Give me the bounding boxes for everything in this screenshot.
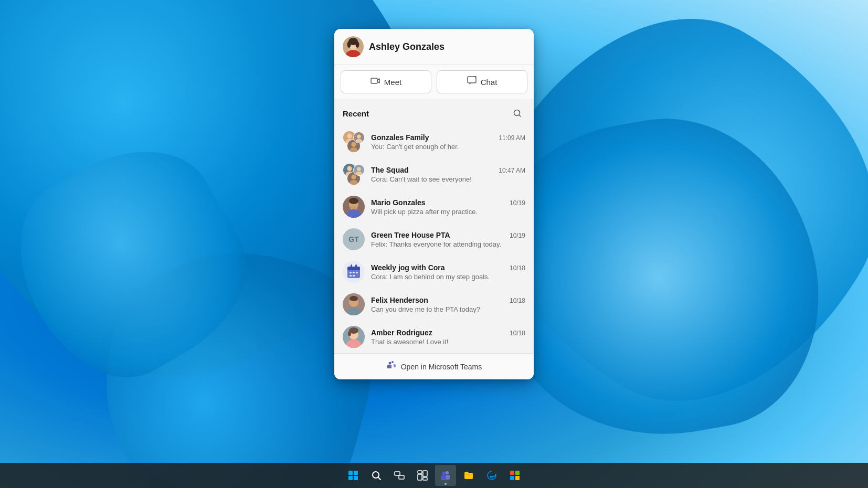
svg-rect-53 <box>354 471 358 475</box>
svg-rect-57 <box>395 472 400 475</box>
convo-preview: Felix: Thanks everyone for attending tod… <box>371 240 525 248</box>
recent-header: Recent <box>334 99 534 125</box>
avatar <box>343 131 365 153</box>
svg-rect-41 <box>353 275 355 277</box>
meet-label: Meet <box>384 78 401 87</box>
convo-time: 10:47 AM <box>499 167 525 174</box>
convo-name: Mario Gonzales <box>371 198 425 207</box>
svg-rect-70 <box>515 476 520 480</box>
convo-content: Green Tree House PTA 10/19 Felix: Thanks… <box>371 231 525 248</box>
convo-name: Weekly jog with Cora <box>371 263 445 272</box>
svg-point-63 <box>446 471 449 474</box>
list-item[interactable]: Amber Rodriguez 10/18 That is awesome! L… <box>334 321 534 353</box>
meet-button[interactable]: Meet <box>341 70 431 93</box>
chat-icon <box>467 76 477 88</box>
svg-point-65 <box>442 472 446 475</box>
svg-rect-36 <box>355 264 357 269</box>
svg-rect-35 <box>351 264 352 269</box>
svg-rect-58 <box>399 475 404 479</box>
avatar <box>343 326 365 348</box>
svg-rect-61 <box>423 471 427 476</box>
convo-name: Felix Henderson <box>371 296 428 304</box>
convo-content: Weekly jog with Cora 10/18 Cora: I am so… <box>371 263 525 281</box>
svg-rect-40 <box>350 275 352 277</box>
chat-button[interactable]: Chat <box>437 70 527 93</box>
meet-icon <box>371 76 380 88</box>
convo-content: Gonzales Family 11:09 AM You: Can't get … <box>371 133 525 151</box>
convo-time: 11:09 AM <box>499 134 525 142</box>
convo-time: 10/18 <box>510 264 525 272</box>
svg-rect-37 <box>350 272 352 273</box>
teams-icon <box>386 360 397 373</box>
panel-header: Ashley Gonzales <box>334 29 534 65</box>
svg-rect-62 <box>423 478 427 480</box>
svg-rect-67 <box>510 471 514 475</box>
convo-time: 10/19 <box>510 232 525 239</box>
svg-rect-38 <box>353 272 355 273</box>
svg-point-51 <box>388 362 391 365</box>
convo-preview: Can you drive me to the PTA today? <box>371 305 525 313</box>
svg-point-49 <box>348 331 351 336</box>
conversation-list: Gonzales Family 11:09 AM You: Can't get … <box>334 125 534 353</box>
svg-rect-68 <box>515 471 520 475</box>
open-teams-label: Open in Microsoft Teams <box>401 363 482 371</box>
convo-name: Amber Rodriguez <box>371 328 432 337</box>
svg-rect-8 <box>468 77 476 83</box>
file-explorer-button[interactable] <box>458 465 479 486</box>
convo-preview: Cora: Can't wait to see everyone! <box>371 175 525 183</box>
widgets-button[interactable] <box>412 465 433 486</box>
store-button[interactable] <box>504 465 525 486</box>
taskbar <box>0 463 868 488</box>
list-item[interactable]: Felix Henderson 10/18 Can you drive me t… <box>334 288 534 321</box>
svg-rect-39 <box>356 272 358 273</box>
svg-point-14 <box>351 142 356 147</box>
svg-point-20 <box>347 166 352 171</box>
user-name: Ashley Gonzales <box>369 41 444 52</box>
svg-point-11 <box>347 134 352 139</box>
teams-panel: Ashley Gonzales Meet Chat <box>334 29 534 379</box>
start-button[interactable] <box>343 465 364 486</box>
convo-content: Felix Henderson 10/18 Can you drive me t… <box>371 296 525 313</box>
convo-preview: That is awesome! Love it! <box>371 338 525 346</box>
convo-time: 10/18 <box>510 297 525 304</box>
svg-rect-66 <box>441 475 446 480</box>
open-teams-button[interactable]: Open in Microsoft Teams <box>334 353 534 379</box>
avatar <box>343 261 365 283</box>
avatar <box>343 163 365 185</box>
svg-rect-55 <box>354 476 358 480</box>
convo-preview: You: Can't get enough of her. <box>371 143 525 151</box>
convo-content: Mario Gonzales 10/19 Will pick up pizza … <box>371 198 525 216</box>
list-item[interactable]: The Squad 10:47 AM Cora: Can't wait to s… <box>334 158 534 190</box>
convo-name: Green Tree House PTA <box>371 231 450 239</box>
avatar: GT <box>343 228 365 250</box>
search-button[interactable] <box>510 105 525 121</box>
task-view-button[interactable] <box>389 465 410 486</box>
svg-rect-60 <box>418 474 422 480</box>
svg-rect-34 <box>347 267 360 270</box>
convo-content: The Squad 10:47 AM Cora: Can't wait to s… <box>371 166 525 183</box>
list-item[interactable]: Gonzales Family 11:09 AM You: Can't get … <box>334 125 534 158</box>
svg-rect-64 <box>446 475 450 480</box>
avatar <box>343 196 365 218</box>
list-item[interactable]: GT Green Tree House PTA 10/19 Felix: Tha… <box>334 223 534 256</box>
recent-title: Recent <box>343 109 369 118</box>
list-item[interactable]: Weekly jog with Cora 10/18 Cora: I am so… <box>334 256 534 288</box>
convo-time: 10/19 <box>510 199 525 207</box>
convo-name: Gonzales Family <box>371 133 429 142</box>
search-button[interactable] <box>366 465 387 486</box>
svg-rect-52 <box>348 471 353 475</box>
teams-button[interactable] <box>435 465 456 486</box>
svg-rect-59 <box>418 471 422 473</box>
svg-point-44 <box>350 296 358 301</box>
svg-rect-54 <box>348 476 353 480</box>
avatar <box>343 293 365 315</box>
svg-point-17 <box>357 135 361 139</box>
svg-point-23 <box>351 175 356 179</box>
svg-point-3 <box>347 41 351 48</box>
convo-name: The Squad <box>371 166 409 174</box>
list-item[interactable]: Mario Gonzales 10/19 Will pick up pizza … <box>334 190 534 223</box>
svg-point-30 <box>349 198 358 204</box>
edge-button[interactable] <box>481 465 502 486</box>
convo-preview: Will pick up pizza after my practice. <box>371 208 525 216</box>
user-avatar <box>343 36 364 57</box>
